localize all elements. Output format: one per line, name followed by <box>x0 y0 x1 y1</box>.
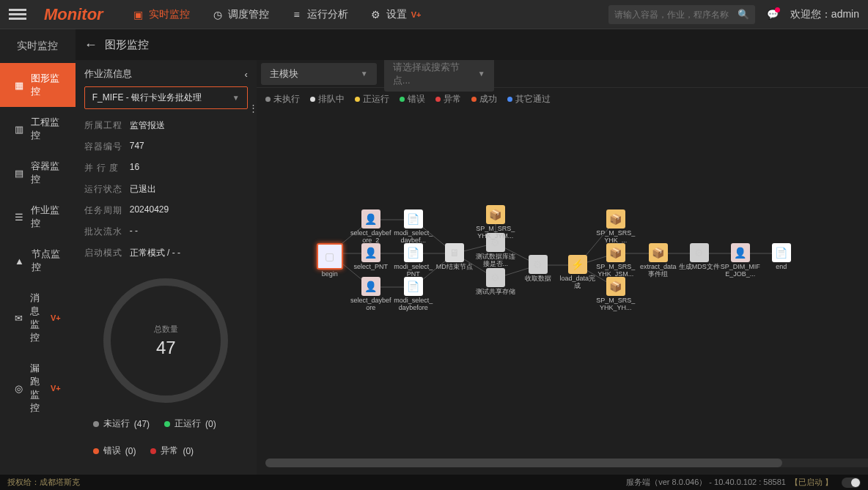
status-label: 其它通过 <box>515 93 551 105</box>
sidebar-item-2[interactable]: ▤容器监控 <box>0 151 76 195</box>
search-input[interactable] <box>614 10 738 20</box>
node-label: load_data完成 <box>557 275 598 290</box>
sidebar-item-3[interactable]: ☰作业监控 <box>0 195 76 239</box>
workflow-select[interactable]: F_MIFE - 银行卡业务批处理 ▼ <box>84 86 248 109</box>
info-field: 容器编号747 <box>84 136 248 157</box>
notifications-icon[interactable]: 💬 <box>767 9 779 20</box>
global-search[interactable]: 🔍 <box>608 5 755 24</box>
back-button[interactable]: ← <box>84 37 98 53</box>
graph-node-sel_db[interactable]: 👤select_daybefore <box>350 277 391 312</box>
sidebar-item-label: 容器监控 <box>31 160 60 186</box>
sidebar-icon: ◎ <box>15 382 23 394</box>
status-dot <box>265 97 271 102</box>
sidebar-item-6[interactable]: ◎漏跑监控V+ <box>0 353 76 423</box>
legend-dot <box>93 448 99 454</box>
status-legend: 未执行排队中正运行错误异常成功其它通过 ▶跟踪运行 ⋯ 75%▼ ⋮ <box>257 88 868 110</box>
node-icon: 🖥 <box>445 243 464 262</box>
status-dot <box>435 97 441 102</box>
nav-label: 运行分析 <box>307 8 348 21</box>
legend-item: 正运行 (0) <box>164 417 216 430</box>
graph-node-sel_db2[interactable]: 👤select_daybefore_2 <box>350 209 391 245</box>
sidebar-icon: ▦ <box>15 79 23 91</box>
graph-node-md_db[interactable]: 📄modi_select_daybef... <box>393 209 434 245</box>
horizontal-scrollbar[interactable] <box>265 459 868 467</box>
info-field: 运行状态已退出 <box>84 179 248 200</box>
chevron-down-icon: ▼ <box>361 70 368 78</box>
workflow-graph[interactable]: ▢begin👤select_daybefore_2👤select_PNT👤sel… <box>257 110 868 459</box>
graph-node-load[interactable]: ⚡load_data完成 <box>557 255 598 290</box>
status-label: 异常 <box>444 93 461 105</box>
search-icon[interactable]: 🔍 <box>738 9 749 20</box>
sidebar-item-5[interactable]: ✉消息监控V+ <box>0 283 76 353</box>
page-title: 图形监控 <box>105 38 149 52</box>
node-label: select_daybefore_2 <box>350 230 391 245</box>
sidebar-item-0[interactable]: ▦图形监控 <box>0 63 76 107</box>
node-label: select_PNT <box>350 264 391 271</box>
graph-node-sel_pnt[interactable]: 👤select_PNT <box>350 243 391 271</box>
graph-node-sp_yh[interactable]: 📦SP_M_SRS_YHK_YH... <box>595 277 636 312</box>
node-search-select[interactable]: 请选择或搜索节点...▼ <box>384 60 494 92</box>
graph-node-testgx[interactable]: ⚙测试共享存储 <box>475 268 516 296</box>
node-label: SP_M_SRS_YHK_JSM... <box>595 264 636 278</box>
status-toggle[interactable] <box>842 478 861 488</box>
node-label: modi_select_PNT <box>393 264 434 278</box>
sidebar-icon: ☰ <box>15 211 23 223</box>
graph-node-sp_jsm[interactable]: 📦SP_M_SRS_YHK_JSM... <box>595 243 636 278</box>
module-select[interactable]: 主模块▼ <box>261 63 377 85</box>
status-legend-item: 异常 <box>435 93 461 105</box>
graph-node-begin[interactable]: ▢begin <box>309 243 350 278</box>
nav-label: 调度管控 <box>228 8 269 21</box>
info-field: 批次流水- - <box>84 221 248 242</box>
status-label: 错误 <box>408 93 425 105</box>
graph-node-sqsz[interactable]: ⚙收取数据 <box>518 255 559 283</box>
app-header: Monitor ▣实时监控 ◷调度管控 ≡运行分析 ⚙设置V+ 🔍 💬 欢迎您：… <box>0 0 868 29</box>
nav-settings[interactable]: ⚙设置V+ <box>370 8 422 21</box>
info-field: 启动模式正常模式 / - - <box>84 242 248 264</box>
chevron-down-icon: ▼ <box>478 70 485 78</box>
nav-analysis[interactable]: ≡运行分析 <box>291 8 348 21</box>
hamburger-icon[interactable] <box>9 9 26 20</box>
node-label: SP_M_SRS_YHK_JYM... <box>475 226 516 240</box>
nav-schedule[interactable]: ◷调度管控 <box>212 8 269 21</box>
graph-node-extract[interactable]: 📦extract_data事件组 <box>638 243 679 278</box>
node-icon: 📄 <box>404 243 423 262</box>
graph-node-sp_jym[interactable]: 📦SP_M_SRS_YHK_JYM... <box>475 205 516 240</box>
canvas-area: 主模块▼ 请选择或搜索节点...▼ ⟳ ⬇ ⇤ ⟲ 未执行排队中正运行错误异常成… <box>257 60 868 475</box>
sidebar-icon: ✉ <box>15 312 23 324</box>
node-search-placeholder: 请选择或搜索节点... <box>393 61 466 87</box>
legend-dot <box>150 448 156 454</box>
graph-node-md_pnt[interactable]: 📄modi_select_PNT <box>393 243 434 278</box>
legend-label: 异常 <box>161 445 178 457</box>
total-donut: 总数量 47 <box>103 278 228 403</box>
graph-node-end[interactable]: 📄end <box>761 243 802 271</box>
status-label: 排队中 <box>318 93 345 105</box>
collapse-panel-button[interactable]: ‹ <box>244 69 247 80</box>
graph-node-sp_top[interactable]: 📦SP_M_SRS_YHK_... <box>595 209 636 245</box>
sidebar-icon: ▥ <box>15 123 23 135</box>
field-label: 并 行 度 <box>84 162 130 174</box>
graph-node-spdim[interactable]: 👤SP_DIM_MIFE_JOB_... <box>720 243 761 278</box>
sidebar-item-4[interactable]: ▲节点监控 <box>0 239 76 283</box>
node-icon: 📦 <box>649 243 668 262</box>
node-label: extract_data事件组 <box>638 264 679 278</box>
graph-node-mdend[interactable]: 🖥MD结束节点 <box>434 243 475 271</box>
field-label: 启动模式 <box>84 247 130 259</box>
sidebar-item-label: 消息监控 <box>30 292 43 344</box>
canvas-toolbar: 主模块▼ 请选择或搜索节点...▼ ⟳ ⬇ ⇤ ⟲ <box>257 60 868 88</box>
graph-node-mds[interactable]: ⚙生成MDS文件 <box>679 243 720 271</box>
node-icon: 📄 <box>404 277 423 296</box>
status-label: 未执行 <box>273 93 300 105</box>
field-label: 运行状态 <box>84 183 130 196</box>
nav-realtime[interactable]: ▣实时监控 <box>133 8 190 21</box>
legend-dot <box>93 421 99 427</box>
sidebar-section-title: 实时监控 <box>0 29 76 63</box>
donut-label: 总数量 <box>154 324 178 335</box>
node-icon: 📦 <box>606 277 625 296</box>
info-panel-title: 作业流信息 <box>84 67 245 81</box>
donut-value: 47 <box>156 338 176 358</box>
sidebar-icon: ▤ <box>15 167 23 179</box>
sidebar-item-1[interactable]: ▥工程监控 <box>0 107 76 151</box>
legend-label: 未运行 <box>103 417 130 430</box>
graph-node-md_db2[interactable]: 📄modi_select_daybefore <box>393 277 434 312</box>
legend-label: 错误 <box>103 445 121 457</box>
